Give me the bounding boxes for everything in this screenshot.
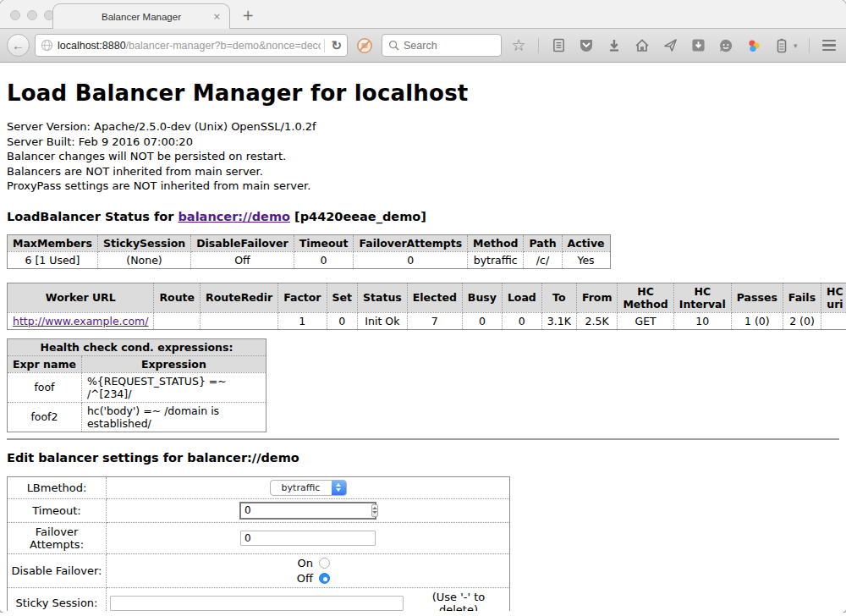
- expr-name-cell: foof: [8, 372, 82, 402]
- form-row-sticky-session: Sticky Session: (Use '-' to delete): [8, 587, 510, 611]
- table-row: 6 [1 Used] (None) Off 0 0 bytraffic /c/ …: [8, 251, 611, 268]
- status-heading-suffix: [p4420eeae_demo]: [290, 210, 426, 223]
- timeout-input[interactable]: [244, 504, 371, 516]
- table-row: foof2 hc('body') =~ /domain is establish…: [8, 402, 266, 432]
- on-label: On: [298, 557, 313, 569]
- urlbar-divider: [324, 39, 325, 52]
- edit-settings-heading: Edit balancer settings for balancer://de…: [7, 451, 839, 465]
- table-cell: 3.1K: [541, 312, 576, 329]
- table-cell: 2.5K: [576, 312, 618, 329]
- column-header: HC Interval: [673, 283, 731, 312]
- tab-balancer-manager[interactable]: Balancer Manager ×: [52, 3, 230, 29]
- sticky-session-input[interactable]: [110, 596, 404, 611]
- tab-close-icon[interactable]: ×: [213, 11, 221, 22]
- disable-failover-label: Disable Failover:: [8, 553, 107, 587]
- column-header: Route: [154, 283, 201, 312]
- image-block-icon[interactable]: [356, 37, 373, 54]
- back-arrow-icon: ←: [12, 38, 25, 52]
- balancer-link[interactable]: balancer://demo: [178, 210, 290, 223]
- back-button[interactable]: ←: [7, 34, 30, 57]
- table-title-row: Health check cond. expressions:: [8, 338, 266, 355]
- lbmethod-label: LBmethod:: [8, 476, 107, 498]
- server-info: Server Version: Apache/2.5.0-dev (Unix) …: [7, 119, 839, 194]
- column-header: Active: [562, 234, 610, 251]
- dropdown-caret-icon[interactable]: ▾: [794, 41, 798, 50]
- column-header: Factor: [278, 283, 327, 312]
- table-row: http://www.example.com/ 1 0 Init Ok 7 0 …: [8, 312, 846, 329]
- lbmethod-value-cell: bytraffic: [107, 476, 510, 498]
- table-cell: 0: [294, 251, 354, 268]
- bookmark-star-icon[interactable]: ☆: [510, 37, 527, 54]
- radio-on-row: On: [286, 557, 330, 569]
- balancer-settings-form: LBmethod: bytraffic Timeout:: [7, 476, 510, 612]
- bookmarks-list-icon[interactable]: [550, 37, 567, 54]
- menu-icon[interactable]: [821, 37, 838, 54]
- table-cell: 0: [327, 312, 357, 329]
- off-radio[interactable]: [319, 573, 330, 584]
- new-tab-button[interactable]: +: [242, 8, 254, 23]
- window-controls: [10, 10, 54, 20]
- expression-cell: %{REQUEST_STATUS} =~ /^[234]/: [81, 372, 266, 402]
- chat-smiley-icon[interactable]: [717, 37, 734, 54]
- section-divider: [7, 438, 839, 440]
- column-header: Expr name: [8, 355, 82, 372]
- column-header: Expression: [81, 355, 266, 372]
- disable-failover-value-cell: On Off: [107, 553, 510, 587]
- navigation-toolbar: ← localhost:8880/balancer-manager?b=demo…: [0, 29, 846, 63]
- table-cell: /c/: [524, 251, 562, 268]
- url-text: localhost:8880/balancer-manager?b=demo&n…: [58, 40, 321, 52]
- table-cell: 6 [1 Used]: [8, 251, 98, 268]
- balancer-status-table: MaxMembers StickySession DisableFailover…: [7, 234, 611, 269]
- table-cell: (None): [97, 251, 190, 268]
- pocket-icon[interactable]: [578, 37, 595, 54]
- downloads-icon[interactable]: [606, 37, 623, 54]
- worker-table: Worker URL Route RouteRedir Factor Set S…: [7, 283, 846, 330]
- column-header: Timeout: [294, 234, 354, 251]
- sticky-value-cell: (Use '-' to delete): [107, 587, 510, 611]
- table-cell: [821, 312, 846, 329]
- close-window-button[interactable]: [10, 10, 20, 20]
- select-stepper-icon: [332, 481, 346, 495]
- server-version: Server Version: Apache/2.5.0-dev (Unix) …: [7, 119, 839, 135]
- color-dots-icon[interactable]: [745, 37, 762, 54]
- table-cell: 10: [673, 312, 731, 329]
- failover-attempts-input[interactable]: [240, 531, 376, 546]
- column-header: Method: [468, 234, 524, 251]
- off-label: Off: [297, 572, 313, 585]
- home-icon[interactable]: [634, 37, 651, 54]
- timeout-field-wrap: [239, 502, 376, 520]
- table-cell: 2 (0): [783, 312, 821, 329]
- browser-window: Balancer Manager × + ← localhost:8880/ba…: [0, 0, 846, 613]
- search-bar[interactable]: [382, 34, 502, 57]
- lbmethod-select[interactable]: bytraffic: [270, 480, 347, 496]
- table-cell: [201, 312, 278, 329]
- form-row-timeout: Timeout:: [8, 498, 510, 522]
- column-header: MaxMembers: [8, 234, 98, 251]
- column-header: StickySession: [97, 234, 190, 251]
- table-cell: 1: [278, 312, 327, 329]
- paper-plane-icon[interactable]: [662, 37, 678, 54]
- status-heading: LoadBalancer Status for balancer://demo …: [7, 210, 839, 223]
- table-header-row: MaxMembers StickySession DisableFailover…: [8, 234, 611, 251]
- column-header: From: [576, 283, 618, 312]
- column-header: Status: [358, 283, 408, 312]
- page-title: Load Balancer Manager for localhost: [7, 63, 839, 106]
- radio-off-row: Off: [286, 572, 330, 585]
- toolbar-buttons: ☆: [510, 37, 846, 54]
- worker-url-link[interactable]: http://www.example.com/: [13, 315, 148, 327]
- column-header: Fails: [783, 283, 821, 312]
- reload-button[interactable]: ↻: [331, 38, 342, 53]
- on-radio[interactable]: [319, 558, 330, 569]
- search-input[interactable]: [404, 40, 495, 52]
- column-header: To: [541, 283, 576, 312]
- battery-icon[interactable]: [773, 37, 790, 54]
- expr-name-cell: foof2: [8, 402, 82, 432]
- minimize-window-button[interactable]: [27, 10, 37, 20]
- url-bar[interactable]: localhost:8880/balancer-manager?b=demo&n…: [35, 34, 348, 57]
- table-cell: 0: [502, 312, 541, 329]
- table-cell: Yes: [562, 251, 610, 268]
- table-row: foof %{REQUEST_STATUS} =~ /^[234]/: [8, 372, 266, 402]
- spinner-icon[interactable]: [371, 504, 378, 517]
- arrow-down-box-icon[interactable]: [689, 37, 706, 54]
- sticky-delete-note: (Use '-' to delete): [411, 591, 506, 612]
